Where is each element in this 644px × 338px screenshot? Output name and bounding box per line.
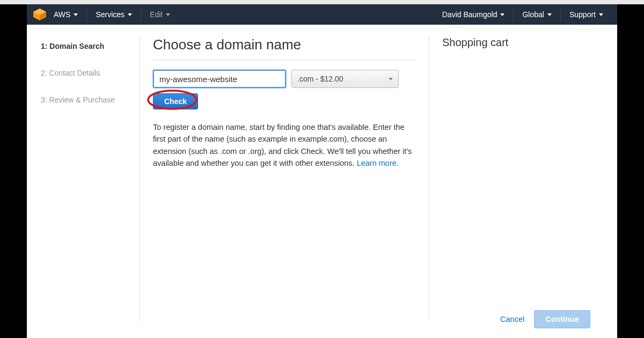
learn-more-link[interactable]: Learn more. xyxy=(357,159,399,167)
divider xyxy=(560,9,561,20)
continue-button[interactable]: Continue xyxy=(534,310,590,328)
services-label: Services xyxy=(96,10,125,19)
aws-topbar: AWS Services Edit David Baumgold Global xyxy=(27,4,617,25)
divider xyxy=(513,9,514,20)
check-button[interactable]: Check xyxy=(153,93,198,109)
edit-menu[interactable]: Edit xyxy=(142,4,178,25)
user-label: David Baumgold xyxy=(442,10,497,19)
region-label: Global xyxy=(522,10,544,19)
step-contact-details[interactable]: 2: Contact Details xyxy=(41,63,140,90)
page-content: 1: Domain Search 2: Contact Details 3: R… xyxy=(27,25,617,337)
page-title: Choose a domain name xyxy=(153,36,416,60)
shopping-cart-panel: Shopping cart xyxy=(429,36,617,337)
services-menu[interactable]: Services xyxy=(88,4,140,25)
domain-search-row: .com - $12.00 xyxy=(153,70,416,88)
step-domain-search[interactable]: 1: Domain Search xyxy=(41,36,140,63)
footer-actions: Cancel Continue xyxy=(500,310,590,328)
chevron-down-icon xyxy=(166,13,170,16)
chevron-down-icon xyxy=(128,13,132,16)
tld-dropdown[interactable]: .com - $12.00 xyxy=(291,70,399,88)
main-panel: Choose a domain name .com - $12.00 Check xyxy=(140,36,429,321)
aws-cube-icon xyxy=(33,9,46,20)
chevron-down-icon xyxy=(389,78,393,80)
step-review-purchase[interactable]: 3: Review & Purchase xyxy=(41,90,140,117)
browser-chrome-top xyxy=(0,0,644,4)
aws-menu-label: AWS xyxy=(54,10,70,19)
divider xyxy=(86,9,87,20)
chevron-down-icon xyxy=(547,13,552,16)
wizard-sidebar: 1: Domain Search 2: Contact Details 3: R… xyxy=(27,36,140,337)
user-menu[interactable]: David Baumgold xyxy=(435,4,513,25)
aws-logo-group xyxy=(33,9,46,20)
chevron-down-icon xyxy=(500,13,504,16)
step-num: 2: xyxy=(41,69,47,77)
step-label: Domain Search xyxy=(49,42,104,50)
step-num: 3: xyxy=(41,95,47,104)
help-text: To register a domain name, start by find… xyxy=(153,121,416,170)
step-num: 1: xyxy=(41,42,47,50)
check-row: Check xyxy=(153,93,198,109)
step-label: Contact Details xyxy=(49,69,100,77)
chevron-down-icon xyxy=(599,13,603,16)
cart-title: Shopping cart xyxy=(442,36,604,49)
edit-label: Edit xyxy=(150,10,163,19)
aws-menu[interactable]: AWS xyxy=(46,4,85,25)
divider xyxy=(141,9,141,20)
step-label: Review & Purchase xyxy=(49,95,115,104)
support-label: Support xyxy=(569,10,596,19)
tld-selected-label: .com - $12.00 xyxy=(297,75,343,83)
domain-name-input[interactable] xyxy=(153,70,286,88)
support-menu[interactable]: Support xyxy=(562,4,611,25)
chevron-down-icon xyxy=(74,13,78,16)
region-menu[interactable]: Global xyxy=(515,4,559,25)
cancel-link[interactable]: Cancel xyxy=(500,315,524,324)
